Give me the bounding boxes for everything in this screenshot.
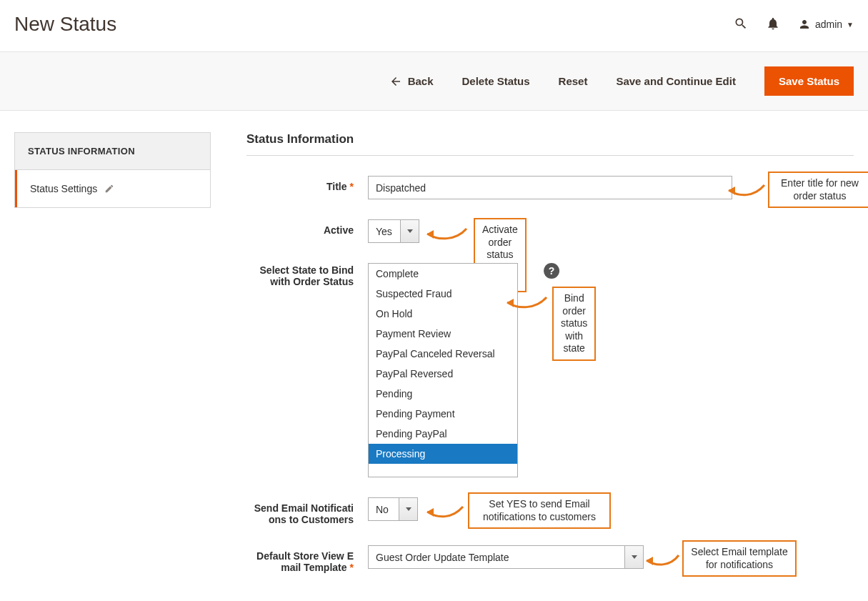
- svg-marker-1: [427, 230, 434, 239]
- annotation-arrow: [424, 501, 467, 522]
- state-option[interactable]: Suspected Fraud: [369, 284, 517, 304]
- state-option[interactable]: PayPal Canceled Reversal: [369, 344, 517, 364]
- annotation-state: Bind order status with state: [552, 287, 596, 361]
- actions-bar: Back Delete Status Reset Save and Contin…: [0, 51, 868, 111]
- state-option[interactable]: PayPal Reversed: [369, 364, 517, 384]
- state-label: Select State to Bind with Order Status: [246, 263, 368, 287]
- template-label: Default Store View E mail Template*: [246, 545, 368, 573]
- state-option[interactable]: Pending Payment: [369, 404, 517, 424]
- state-option[interactable]: Pending: [369, 384, 517, 404]
- search-icon[interactable]: [734, 16, 748, 33]
- annotation-notify: Set YES to send Email notifications to c…: [468, 492, 611, 529]
- back-button[interactable]: Back: [389, 75, 434, 88]
- section-divider: [246, 155, 854, 156]
- template-dropdown-button[interactable]: [625, 545, 644, 569]
- annotation-template: Select Email template for notifications: [682, 540, 797, 577]
- state-option[interactable]: Payment Review: [369, 324, 517, 344]
- template-value: Guest Order Update Template: [368, 545, 625, 569]
- sidebar-panel-title: STATUS INFORMATION: [15, 133, 210, 170]
- page-title: New Status: [14, 13, 734, 36]
- notify-value: No: [368, 497, 399, 521]
- chevron-down-icon: [407, 229, 413, 233]
- delete-status-button[interactable]: Delete Status: [462, 75, 530, 87]
- admin-user-menu[interactable]: admin ▼: [798, 18, 854, 31]
- active-value: Yes: [368, 219, 401, 243]
- admin-user-label: admin: [815, 19, 842, 30]
- annotation-title: Enter title for new order status: [768, 172, 868, 208]
- svg-marker-4: [647, 557, 653, 565]
- back-label: Back: [408, 75, 434, 87]
- template-select[interactable]: Guest Order Update Template: [368, 545, 644, 569]
- annotation-arrow: [643, 551, 682, 571]
- sidebar-item-label: Status Settings: [30, 183, 97, 194]
- chevron-down-icon: [632, 555, 637, 559]
- sidebar-item-status-settings[interactable]: Status Settings: [15, 170, 210, 207]
- notify-select[interactable]: No: [368, 497, 418, 521]
- state-listbox[interactable]: CompleteSuspected FraudOn HoldPayment Re…: [368, 263, 518, 477]
- title-input[interactable]: [368, 176, 732, 199]
- state-option[interactable]: Processing: [369, 444, 517, 464]
- caret-down-icon: ▼: [847, 21, 854, 29]
- notify-dropdown-button[interactable]: [399, 497, 418, 521]
- state-option[interactable]: Complete: [369, 264, 517, 284]
- svg-marker-3: [427, 508, 434, 517]
- pencil-icon: [104, 184, 114, 194]
- save-status-button[interactable]: Save Status: [764, 66, 854, 96]
- state-option[interactable]: On Hold: [369, 304, 517, 324]
- reset-button[interactable]: Reset: [559, 75, 588, 87]
- notifications-icon[interactable]: [766, 16, 780, 33]
- section-title: Status Information: [246, 132, 854, 146]
- active-select[interactable]: Yes: [368, 219, 419, 243]
- notify-label: Send Email Notificati ons to Customers: [246, 497, 368, 525]
- help-icon[interactable]: ?: [544, 263, 559, 279]
- active-label: Active: [246, 219, 368, 236]
- chevron-down-icon: [406, 507, 411, 511]
- annotation-arrow: [424, 223, 470, 244]
- title-label: Title*: [246, 176, 368, 192]
- save-continue-button[interactable]: Save and Continue Edit: [616, 75, 736, 87]
- active-dropdown-button[interactable]: [401, 219, 419, 243]
- state-option[interactable]: Pending PayPal: [369, 424, 517, 444]
